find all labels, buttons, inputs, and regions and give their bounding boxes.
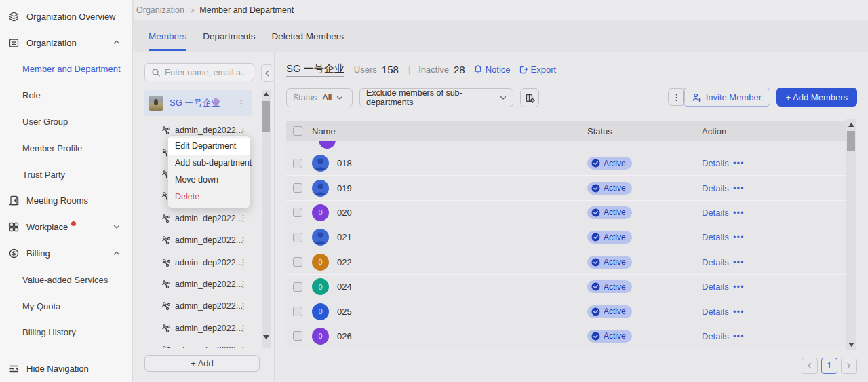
department-more-icon[interactable]: ⋮	[239, 280, 248, 288]
details-link[interactable]: Details	[702, 183, 729, 193]
notice-link[interactable]: Notice	[473, 64, 511, 75]
invite-member-button[interactable]: Invite Member	[683, 88, 770, 107]
table-row[interactable]: 018 Active Details •••	[286, 151, 846, 175]
menu-item-delete[interactable]: Delete	[168, 189, 250, 206]
sidebar-item-role[interactable]: Role	[0, 82, 132, 109]
sidebar-item-member-and-department[interactable]: Member and Department	[0, 56, 132, 83]
sidebar-item-user-group[interactable]: User Group	[0, 109, 132, 135]
details-link[interactable]: Details	[702, 307, 729, 317]
column-settings-button[interactable]	[520, 88, 539, 107]
table-scrollbar[interactable]	[846, 119, 856, 350]
row-checkbox[interactable]	[293, 208, 302, 217]
collapse-panel-button[interactable]	[261, 64, 273, 82]
row-checkbox[interactable]	[293, 159, 302, 168]
department-more-icon[interactable]: ⋮	[239, 126, 248, 135]
add-members-button[interactable]: + Add Members	[776, 88, 857, 107]
department-more-icon[interactable]: ⋮	[239, 214, 248, 223]
add-department-button[interactable]: + Add	[144, 355, 260, 372]
details-link[interactable]: Details	[702, 282, 729, 292]
sidebar-item-organization[interactable]: Organization	[0, 30, 132, 56]
prev-page-button[interactable]	[802, 358, 818, 374]
scroll-up-icon[interactable]	[262, 90, 271, 98]
status-badge-label: Active	[604, 307, 626, 316]
details-link[interactable]: Details	[702, 208, 729, 218]
department-tree-item[interactable]: admin_dep2022... ⋮	[133, 318, 266, 339]
details-link[interactable]: Details	[702, 232, 729, 242]
table-row[interactable]: 019 Active Details •••	[286, 175, 846, 199]
select-all-checkbox[interactable]	[293, 126, 302, 136]
tree-scrollbar-thumb[interactable]	[262, 101, 270, 132]
table-row[interactable]: 0 024 Active Details •••	[286, 274, 846, 299]
sidebar-item-value-added-services[interactable]: Value-added Services	[0, 267, 132, 293]
row-more-icon[interactable]: •••	[733, 282, 745, 292]
tab-members[interactable]: Members	[149, 20, 186, 52]
sidebar-item-workplace[interactable]: Workplace	[0, 214, 132, 240]
members-table: Name Status Action 018 Active Details ••…	[286, 121, 846, 348]
export-label: Export	[531, 64, 557, 75]
row-checkbox[interactable]	[293, 183, 302, 193]
menu-item-add-sub-department[interactable]: Add sub-department	[168, 155, 250, 172]
department-tree-item[interactable]: admin_dep2022... ⋮	[133, 229, 266, 251]
row-checkbox[interactable]	[293, 331, 302, 341]
department-tree-item[interactable]: admin_dep2022... ⋮	[133, 273, 266, 295]
details-link[interactable]: Details	[702, 257, 729, 267]
row-checkbox[interactable]	[293, 257, 302, 267]
table-row[interactable]: 0 022 Active Details •••	[286, 250, 846, 274]
department-root-item[interactable]: SG 一号企业 ⋮	[144, 90, 252, 116]
row-more-icon[interactable]: •••	[733, 232, 745, 242]
scope-filter-dropdown[interactable]: Exclude members of sub-departments	[359, 88, 513, 107]
menu-item-edit-department[interactable]: Edit Department	[168, 138, 250, 155]
row-more-icon[interactable]: •••	[733, 331, 745, 341]
export-link[interactable]: Export	[519, 64, 557, 75]
department-more-icon[interactable]: ⋮	[239, 302, 248, 311]
row-more-icon[interactable]: •••	[733, 208, 745, 218]
tab-departments[interactable]: Departments	[203, 20, 255, 52]
menu-item-move-down[interactable]: Move down	[168, 172, 250, 189]
department-more-icon[interactable]: ⋮	[239, 346, 248, 348]
status-badge: Active	[587, 305, 632, 318]
sidebar-item-label: Trust Party	[22, 170, 65, 180]
tree-search-box[interactable]	[144, 63, 254, 81]
table-row[interactable]: 0 026 Active Details •••	[286, 324, 846, 348]
department-tree-item[interactable]: admin_dep2022... ⋮	[133, 208, 266, 229]
scroll-up-icon[interactable]	[846, 121, 856, 129]
tree-search-input[interactable]	[165, 68, 246, 77]
row-more-icon[interactable]: •••	[733, 183, 745, 193]
row-checkbox[interactable]	[293, 233, 302, 242]
department-more-icon[interactable]: ⋮	[239, 324, 248, 332]
row-checkbox[interactable]	[293, 282, 302, 292]
details-link[interactable]: Details	[702, 158, 729, 168]
tree-scrollbar[interactable]	[262, 90, 271, 348]
scroll-down-icon[interactable]	[262, 333, 271, 341]
sidebar-item-trust-party[interactable]: Trust Party	[0, 161, 132, 188]
current-page-button[interactable]: 1	[821, 358, 837, 374]
department-tree-item[interactable]: admin_dep2022... ⋮	[133, 251, 266, 273]
details-link[interactable]: Details	[702, 331, 729, 341]
department-tree-item[interactable]: admin_dep2022 ⋮	[133, 339, 266, 348]
sidebar-item-my-quota[interactable]: My Quota	[0, 293, 132, 320]
table-scrollbar-thumb[interactable]	[847, 131, 855, 151]
department-tree-item[interactable]: admin_dep2022... ⋮	[133, 295, 266, 317]
table-row[interactable]: 021 Active Details •••	[286, 225, 846, 249]
row-more-icon[interactable]: •••	[733, 257, 745, 267]
row-more-icon[interactable]: •••	[733, 158, 745, 168]
department-more-icon[interactable]: ⋮	[239, 236, 248, 245]
tab-deleted-members[interactable]: Deleted Members	[272, 20, 344, 52]
table-row[interactable]: 0 025 Active Details •••	[286, 299, 846, 323]
scroll-down-icon[interactable]	[846, 341, 856, 349]
sidebar-item-organization-overview[interactable]: Organization Overview	[0, 3, 132, 30]
department-more-icon[interactable]: ⋮	[237, 99, 245, 108]
row-more-icon[interactable]: •••	[733, 307, 745, 317]
sidebar-item-member-profile[interactable]: Member Profile	[0, 135, 132, 161]
sidebar-item-meeting-rooms[interactable]: Meeting Rooms	[0, 188, 132, 214]
department-more-icon[interactable]: ⋮	[239, 258, 248, 267]
hide-navigation-button[interactable]: Hide Navigation	[0, 358, 132, 379]
sidebar-item-billing-history[interactable]: Billing History	[0, 320, 132, 346]
breadcrumb-root[interactable]: Organization	[136, 5, 184, 15]
check-circle-icon	[591, 233, 600, 242]
row-checkbox[interactable]	[293, 307, 302, 316]
sidebar-item-billing[interactable]: Billing	[0, 240, 132, 267]
status-filter-dropdown[interactable]: Status All	[286, 88, 353, 107]
next-page-button[interactable]	[841, 358, 857, 374]
table-row[interactable]: 0 020 Active Details •••	[286, 200, 846, 225]
